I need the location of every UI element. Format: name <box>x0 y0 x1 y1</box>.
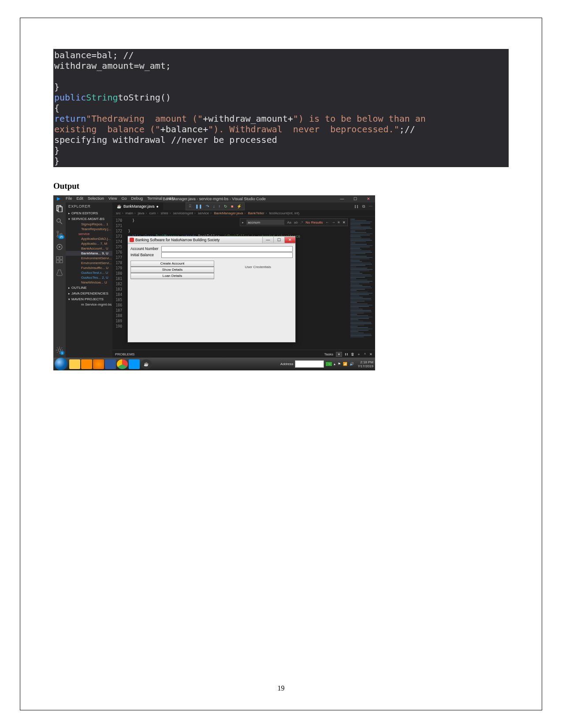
file-item[interactable]: TeamRepository.j... <box>66 227 112 231</box>
folder-service[interactable]: service <box>66 231 112 236</box>
breadcrumb[interactable]: src› main› java› com› shire› servicemgmt… <box>112 210 375 217</box>
menu-go[interactable]: Go <box>121 196 127 202</box>
compare-icon[interactable]: ⧉ <box>362 204 365 209</box>
workspace-section[interactable]: SERVICE-MGMT-BS <box>66 216 112 222</box>
dialog-title-bar[interactable]: Banking Software for NatioNarrow Buildin… <box>128 236 295 244</box>
test-icon[interactable] <box>56 269 63 276</box>
panel-close-icon[interactable]: ✕ <box>369 352 372 356</box>
problems-tab[interactable]: PROBLEMS <box>115 352 140 356</box>
step-out-icon[interactable]: ↑ <box>219 204 221 209</box>
output-heading: Output <box>53 181 509 191</box>
menu-help[interactable]: Help <box>167 196 175 202</box>
tasks-dropdown[interactable]: ▾ <box>336 352 342 357</box>
more-icon[interactable]: ⋯ <box>368 204 372 209</box>
taskbar-clock[interactable]: 2:18 PM 7/17/2019 <box>356 360 375 368</box>
menu-edit[interactable]: Edit <box>77 196 84 202</box>
panel-kill-icon[interactable]: 🗑 <box>351 352 354 356</box>
panel-new-icon[interactable]: ＋ <box>357 352 361 357</box>
find-toggle-icon[interactable]: ▸ <box>242 220 244 224</box>
maximize-button[interactable]: ☐ <box>349 195 362 202</box>
start-button[interactable] <box>55 358 67 370</box>
settings-icon[interactable]: 1 <box>56 347 63 354</box>
initial-balance-input[interactable] <box>161 252 293 258</box>
extensions-icon[interactable] <box>56 256 63 263</box>
taskbar-wmp-icon[interactable] <box>81 359 92 369</box>
dialog-maximize-button[interactable]: ☐ <box>273 237 284 243</box>
taskbar-word-icon[interactable] <box>105 359 116 369</box>
find-selection-icon[interactable]: ≡ <box>338 220 340 224</box>
minimap[interactable] <box>349 218 375 358</box>
find-prev-icon[interactable]: ← <box>325 220 329 224</box>
account-number-input[interactable] <box>161 246 293 252</box>
file-item[interactable]: GuiAccTest.c... U <box>66 270 112 275</box>
find-close-icon[interactable]: ✕ <box>342 220 346 224</box>
maven-section[interactable]: MAVEN PROJECTS <box>66 296 112 302</box>
search-icon[interactable] <box>56 218 63 225</box>
debug-toolbar[interactable]: ⠿ ❚❚ ↷ ↓ ↑ ↻ ■ ⚡ <box>186 202 245 210</box>
file-item[interactable]: EnvironmentServi... <box>66 261 112 265</box>
whole-word-icon[interactable]: ab <box>294 220 298 224</box>
file-item[interactable]: SignupRepos... 1 <box>66 222 112 227</box>
drag-handle-icon[interactable]: ⠿ <box>189 204 192 209</box>
loan-details-button[interactable]: Loan Details <box>130 273 214 279</box>
dialog-close-button[interactable]: ✕ <box>284 237 295 243</box>
file-item[interactable]: GuiAccTes... 2, U <box>66 275 112 280</box>
files-icon[interactable] <box>56 205 63 212</box>
menu-terminal[interactable]: Terminal <box>147 196 162 202</box>
regex-icon[interactable]: .* <box>301 220 303 224</box>
menu-view[interactable]: View <box>108 196 117 202</box>
file-item[interactable]: Applicatio... 7, M <box>66 241 112 246</box>
stop-icon[interactable]: ■ <box>231 204 233 209</box>
show-details-button[interactable]: Show Details <box>130 267 214 273</box>
maven-project[interactable]: m Service-mgmt-bs <box>66 302 112 307</box>
address-input[interactable] <box>295 360 324 368</box>
match-case-icon[interactable]: Aa <box>287 220 291 224</box>
java-deps-section[interactable]: JAVA DEPENDENCIES <box>66 291 112 296</box>
file-item[interactable]: EnvironmentServi... <box>66 256 112 261</box>
taskbar-java-icon[interactable]: ☕ <box>141 359 152 369</box>
file-item-active[interactable]: BankMana... 9, U <box>66 251 112 256</box>
step-over-icon[interactable]: ↷ <box>206 204 209 209</box>
dialog-minimize-button[interactable]: — <box>262 237 273 243</box>
find-widget[interactable]: ▸ Aa ab .* No Results ← → ≡ ✕ <box>240 218 348 226</box>
restart-icon[interactable]: ↻ <box>224 204 227 209</box>
hot-reload-icon[interactable]: ⚡ <box>237 204 242 209</box>
taskbar-firefox-icon[interactable] <box>93 359 104 369</box>
taskbar-explorer-icon[interactable] <box>69 359 80 369</box>
panel-max-icon[interactable]: ＾ <box>363 352 367 357</box>
minimize-button[interactable]: — <box>335 195 349 202</box>
file-item[interactable]: BankAccount... U <box>66 246 112 251</box>
split-editor-icon[interactable]: ⫿⫿ <box>354 204 359 209</box>
menu-file[interactable]: File <box>66 196 72 202</box>
tray-flag-icon[interactable]: ⚑ <box>338 362 341 366</box>
file-item[interactable]: FundsInsuffic... U <box>66 265 112 270</box>
tray-up-icon[interactable]: ▴ <box>334 362 335 366</box>
close-button[interactable]: ✕ <box>362 195 375 202</box>
pause-icon[interactable]: ❚❚ <box>195 204 202 209</box>
menu-debug[interactable]: Debug <box>131 196 143 202</box>
tab-dirty-icon: ● <box>156 204 158 209</box>
open-editors-section[interactable]: OPEN EDITORS <box>66 210 112 216</box>
menu-selection[interactable]: Selection <box>88 196 104 202</box>
svg-rect-12 <box>60 260 63 263</box>
java-file-icon: ☕ <box>117 204 122 209</box>
find-next-icon[interactable]: → <box>331 220 335 224</box>
outline-section[interactable]: OUTLINE <box>66 285 112 291</box>
terminal-panel[interactable]: PROBLEMS Tasks ▾ ⫿⫿ 🗑 ＋ ＾ ✕ <box>112 350 375 358</box>
panel-split-icon[interactable]: ⫿⫿ <box>345 352 348 356</box>
find-input[interactable] <box>246 220 284 225</box>
file-item[interactable]: ApplicationDAO.j... <box>66 236 112 241</box>
tab-bankmanager[interactable]: ☕ BankManager.java ● <box>112 202 163 210</box>
windows-taskbar[interactable]: ☕ Address → ▴ ⚑ 📶 🔊 2:18 PM 7/17/2019 <box>53 358 375 370</box>
taskbar-vscode-icon[interactable] <box>129 359 140 369</box>
tray-sound-icon[interactable]: 🔊 <box>350 362 354 366</box>
file-item[interactable]: NewWindow... U <box>66 280 112 285</box>
tray-network-icon[interactable]: 📶 <box>343 362 347 366</box>
address-go-icon[interactable]: → <box>326 362 332 366</box>
taskbar-chrome-icon[interactable] <box>117 359 128 369</box>
create-account-button[interactable]: Create Account <box>130 261 214 267</box>
step-into-icon[interactable]: ↓ <box>213 204 215 209</box>
scm-icon[interactable]: 25 <box>56 231 63 238</box>
debug-icon[interactable] <box>56 243 63 250</box>
banking-dialog[interactable]: Banking Software for NatioNarrow Buildin… <box>127 236 296 343</box>
